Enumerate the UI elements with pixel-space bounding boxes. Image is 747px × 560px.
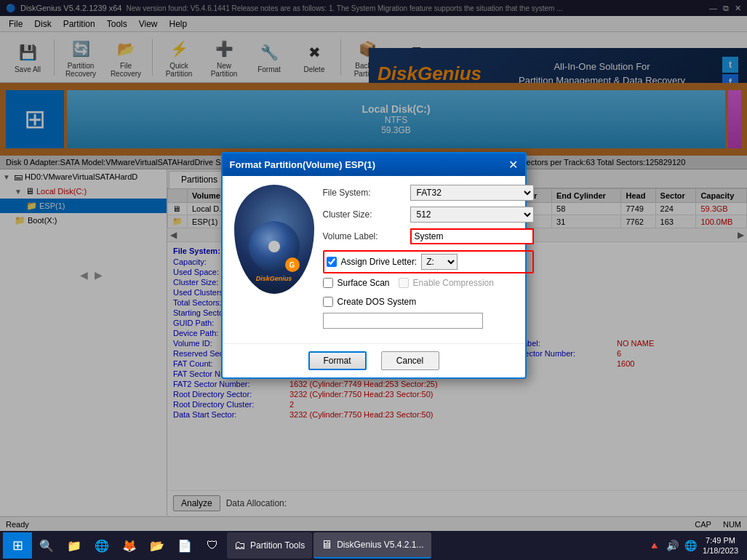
format-dialog-body: G DiskGenius File System: FAT32 NTFS FAT… — [223, 176, 525, 343]
surface-scan-label: Surface Scan — [337, 278, 390, 288]
create-dos-row: Create DOS System — [323, 297, 534, 307]
surface-scan-checkbox[interactable] — [323, 278, 333, 288]
partition-tools-label: Partition Tools — [250, 540, 305, 551]
taskbar-search[interactable]: 🔍 — [33, 532, 60, 559]
format-dialog: Format Partition(Volume) ESP(1) ✕ G Disk… — [221, 152, 527, 379]
file-system-field-label: File System: — [323, 188, 410, 198]
taskbar-diskgenius[interactable]: 🖥 DiskGenius V5.4.2.1... — [313, 532, 431, 559]
clock-date: 1/18/2023 — [703, 545, 738, 556]
format-dialog-close-button[interactable]: ✕ — [508, 158, 518, 172]
start-button[interactable]: ⊞ — [3, 532, 32, 559]
enable-compression-label: Enable Compression — [413, 278, 494, 288]
volume-label-row: Volume Label: — [323, 228, 534, 244]
volume-label-input[interactable] — [410, 228, 534, 244]
cluster-size-field-label: Cluster Size: — [323, 209, 410, 220]
cluster-size-select[interactable]: 512 1024 2048 4096 — [410, 207, 534, 223]
dialog-logo-disk: G — [249, 221, 300, 272]
create-dos-checkbox[interactable] — [323, 297, 333, 307]
tray-icon-3[interactable]: 🌐 — [684, 540, 697, 551]
format-dialog-title-text: Format Partition(Volume) ESP(1) — [230, 159, 376, 170]
enable-compression-row: Enable Compression — [399, 278, 494, 288]
taskbar-file-explorer[interactable]: 📁 — [61, 532, 87, 559]
volume-label-field-label: Volume Label: — [323, 231, 410, 241]
format-dialog-title-bar: Format Partition(Volume) ESP(1) ✕ — [223, 153, 525, 176]
taskbar-clock[interactable]: 7:49 PM 1/18/2023 — [703, 535, 738, 556]
file-system-row: File System: FAT32 NTFS FAT16 exFAT — [323, 185, 534, 201]
format-confirm-button[interactable]: Format — [308, 351, 367, 370]
clock-time: 7:49 PM — [703, 535, 738, 545]
format-dialog-logo: G DiskGenius — [234, 185, 314, 294]
drive-letter-select[interactable]: Z: Y: X: — [421, 254, 458, 270]
taskbar-pdf[interactable]: 📄 — [172, 532, 198, 559]
diskgenius-taskbar-label: DiskGenius V5.4.2.1... — [337, 540, 423, 550]
assign-drive-label: Assign Drive Letter: — [341, 257, 418, 267]
taskbar-partition-tools[interactable]: 🗂 Partition Tools — [227, 532, 312, 559]
create-dos-label: Create DOS System — [337, 297, 417, 307]
format-dialog-footer: Format Cancel — [223, 343, 525, 377]
tray-icon-1[interactable]: 🔺 — [648, 540, 660, 551]
surface-scan-row: Surface Scan — [323, 278, 390, 288]
cluster-size-row: Cluster Size: 512 1024 2048 4096 — [323, 207, 534, 223]
enable-compression-checkbox[interactable] — [399, 278, 409, 288]
diskgenius-taskbar-icon: 🖥 — [321, 538, 332, 551]
cancel-button[interactable]: Cancel — [381, 351, 439, 370]
extra-input[interactable] — [323, 313, 483, 329]
dialog-logo-text: DiskGenius — [256, 275, 292, 282]
taskbar-explorer2[interactable]: 📂 — [144, 532, 170, 559]
format-dialog-form: File System: FAT32 NTFS FAT16 exFAT Clus… — [323, 185, 534, 335]
taskbar: ⊞ 🔍 📁 🌐 🦊 📂 📄 🛡 🗂 Partition Tools 🖥 Disk… — [0, 531, 747, 560]
modal-overlay: Format Partition(Volume) ESP(1) ✕ G Disk… — [0, 0, 747, 531]
taskbar-app1[interactable]: 🛡 — [199, 532, 225, 559]
tray-icon-2[interactable]: 🔊 — [666, 540, 679, 551]
assign-drive-checkbox[interactable] — [327, 257, 337, 267]
taskbar-tray: 🔺 🔊 🌐 7:49 PM 1/18/2023 — [648, 535, 744, 556]
taskbar-chrome[interactable]: 🌐 — [89, 532, 115, 559]
partition-tools-icon: 🗂 — [234, 539, 246, 552]
taskbar-firefox[interactable]: 🦊 — [116, 532, 143, 559]
assign-drive-row: Assign Drive Letter: Z: Y: X: — [323, 250, 534, 273]
file-system-select[interactable]: FAT32 NTFS FAT16 exFAT — [410, 185, 534, 201]
